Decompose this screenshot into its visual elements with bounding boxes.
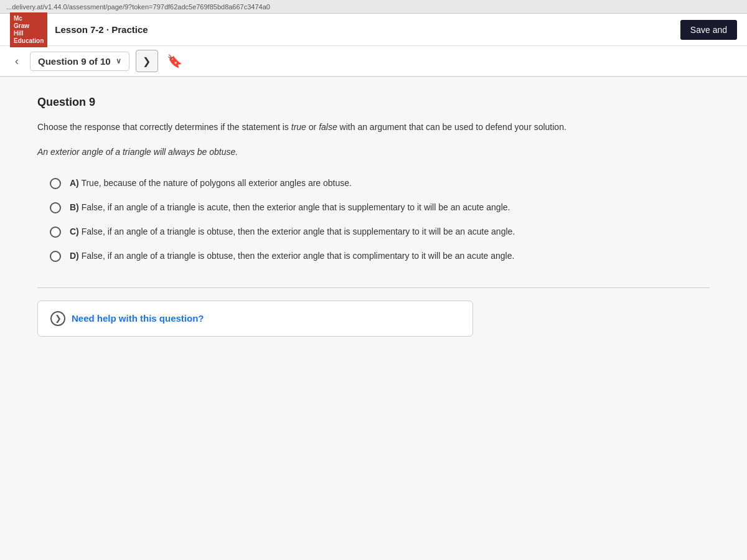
radio-a[interactable]: [50, 178, 61, 189]
logo-line1: Mc: [14, 15, 44, 22]
bookmark-icon: 🔖: [167, 54, 182, 68]
help-chevron-icon: ❯: [50, 311, 65, 326]
option-b-text: B) False, if an angle of a triangle is a…: [70, 201, 510, 214]
help-text: Need help with this question?: [72, 313, 204, 324]
option-b[interactable]: B) False, if an angle of a triangle is a…: [50, 201, 710, 214]
back-arrow-icon: ‹: [15, 55, 19, 67]
url-bar: ...delivery.at/v1.44.0/assessment/page/9…: [0, 0, 747, 14]
option-a-label: A): [70, 178, 79, 188]
radio-d[interactable]: [50, 251, 61, 262]
main-content: Question 9 Choose the response that corr…: [0, 77, 747, 560]
lesson-title: Lesson 7-2 · Practice: [55, 24, 680, 35]
logo-line2: Graw: [14, 22, 44, 30]
question-selector-label: Question 9 of 10: [38, 56, 111, 67]
bookmark-button[interactable]: 🔖: [164, 51, 185, 71]
back-button[interactable]: ‹: [10, 52, 24, 70]
option-c-label: C): [70, 226, 79, 236]
logo: Mc Graw Hill Education: [10, 12, 47, 47]
logo-line3: Hill: [14, 30, 44, 37]
chevron-down-icon: ∨: [116, 57, 121, 65]
option-a[interactable]: A) True, because of the nature of polygo…: [50, 177, 710, 190]
option-d-label: D): [70, 251, 79, 261]
option-c-text: C) False, if an angle of a triangle is o…: [70, 225, 515, 238]
nav-bar: ‹ Question 9 of 10 ∨ ❯ 🔖: [0, 46, 747, 77]
logo-line4: Education: [14, 37, 44, 45]
option-d[interactable]: D) False, if an angle of a triangle is o…: [50, 250, 710, 263]
option-c[interactable]: C) False, if an angle of a triangle is o…: [50, 225, 710, 238]
instruction-false-word: false: [319, 122, 337, 132]
instruction-true-word: true: [291, 122, 306, 132]
url-text: ...delivery.at/v1.44.0/assessment/page/9…: [6, 3, 270, 11]
question-instruction: Choose the response that correctly deter…: [37, 120, 710, 134]
header: Mc Graw Hill Education Lesson 7-2 · Prac…: [0, 14, 747, 46]
question-statement: An exterior angle of a triangle will alw…: [37, 145, 710, 159]
question-selector[interactable]: Question 9 of 10 ∨: [30, 52, 129, 71]
divider: [37, 287, 710, 288]
help-section[interactable]: ❯ Need help with this question?: [37, 301, 473, 337]
option-b-label: B): [70, 202, 79, 212]
question-number: Question 9: [37, 96, 710, 109]
next-button[interactable]: ❯: [136, 50, 158, 72]
option-d-text: D) False, if an angle of a triangle is o…: [70, 250, 514, 263]
radio-b[interactable]: [50, 202, 61, 213]
radio-c[interactable]: [50, 226, 61, 238]
options-list: A) True, because of the nature of polygo…: [50, 177, 710, 263]
option-a-text: A) True, because of the nature of polygo…: [70, 177, 352, 190]
next-arrow-icon: ❯: [143, 55, 151, 67]
save-and-button[interactable]: Save and: [680, 20, 737, 40]
